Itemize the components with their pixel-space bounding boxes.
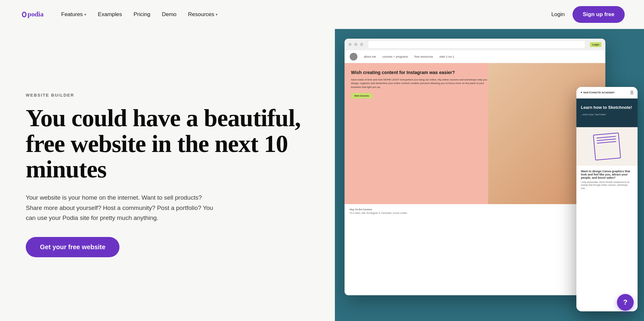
cta-button[interactable]: Get your free website: [26, 237, 119, 257]
nav-item-pricing[interactable]: Pricing: [129, 9, 155, 20]
device-lower-intro: Hey, I'm Em Connors I'm a Mom, wife, Enn…: [350, 208, 600, 215]
help-icon: ?: [623, 298, 627, 307]
features-chevron-icon: ▾: [84, 13, 86, 17]
dot-2: [354, 43, 357, 46]
resources-chevron-icon: ▾: [216, 13, 218, 17]
main-nav: podia Features ▾ Examples Pricing: [0, 0, 644, 29]
device-lower-text: I'm a Mom, wife, Enneagram 9. Generator,…: [350, 212, 407, 214]
resources-link[interactable]: Resources ▾: [184, 9, 222, 20]
nav-left: podia Features ▾ Examples Pricing: [19, 8, 222, 21]
sketch-illustration: [576, 127, 638, 166]
hero-eyebrow: WEBSITE BUILDER: [26, 93, 316, 98]
hero-title: You could have a beautiful, free website…: [26, 105, 316, 182]
device-phone-lower-title: Want to design Canva graphics that look …: [581, 170, 633, 179]
devices-container: Login about me courses + programs free r…: [335, 29, 644, 321]
examples-link[interactable]: Examples: [93, 9, 127, 20]
dot-3: [360, 43, 363, 46]
features-label: Features: [61, 11, 83, 18]
device-nav-signin: Login: [590, 42, 601, 47]
device-nav-link-4: start 1-on-1: [440, 55, 454, 58]
device-hero-subtitle: Save loads of time and look MORE LEGIT e…: [351, 78, 488, 89]
url-bar: [368, 41, 585, 48]
logo[interactable]: podia: [19, 8, 45, 21]
device-main-lower: Hey, I'm Em Connors I'm a Mom, wife, Enn…: [345, 204, 605, 219]
device-hero-title: Wish creating content for Instagram was …: [351, 70, 488, 75]
hero-content: WEBSITE BUILDER You could have a beautif…: [0, 29, 335, 321]
device-phone-lower-text: I help passionate, driven female solopre…: [581, 181, 633, 190]
device-phone-hero: Learn how to Sketchnote! ...even if you …: [576, 99, 638, 127]
pricing-label: Pricing: [134, 11, 150, 18]
demo-label: Demo: [162, 11, 176, 18]
help-button[interactable]: ?: [617, 294, 634, 311]
device-logo-icon: [350, 53, 357, 61]
device-phone-lower: Want to design Canva graphics that look …: [576, 166, 638, 194]
device-main-hero: Wish creating content for Instagram was …: [345, 63, 605, 204]
nav-menu: Features ▾ Examples Pricing Demo: [57, 9, 222, 20]
hamburger-icon: ☰: [630, 90, 634, 95]
demo-link[interactable]: Demo: [157, 9, 181, 20]
device-main: Login about me courses + programs free r…: [345, 39, 605, 295]
device-phone-image: [576, 127, 638, 166]
pricing-link[interactable]: Pricing: [129, 9, 155, 20]
nav-item-resources[interactable]: Resources ▾: [184, 9, 222, 20]
device-main-bar: Login: [345, 39, 605, 50]
device-hero-text: Wish creating content for Instagram was …: [351, 70, 488, 99]
device-phone: ✦ SKETCHNOTE ACADEMY ☰ Learn how to Sket…: [576, 87, 638, 311]
device-phone-subtitle: ...even if you "can't draw.": [581, 113, 633, 116]
hero-section: WEBSITE BUILDER You could have a beautif…: [0, 29, 644, 321]
device-nav-link-1: about me: [364, 55, 376, 58]
device-phone-logo: ✦ SKETCHNOTE ACADEMY: [580, 91, 615, 94]
sketch-shape: [593, 132, 621, 160]
features-link[interactable]: Features ▾: [57, 9, 91, 20]
hero-image-area: Login about me courses + programs free r…: [335, 29, 644, 321]
svg-point-1: [23, 13, 25, 16]
device-phone-nav: ✦ SKETCHNOTE ACADEMY ☰: [576, 87, 638, 99]
dot-1: [348, 43, 352, 46]
svg-text:podia: podia: [28, 10, 44, 18]
nav-item-demo[interactable]: Demo: [157, 9, 181, 20]
device-nav-link-3: free resources: [414, 55, 433, 58]
signup-button[interactable]: Sign up free: [573, 6, 625, 23]
nav-item-examples[interactable]: Examples: [93, 9, 127, 20]
login-link[interactable]: Login: [551, 11, 565, 18]
device-phone-title: Learn how to Sketchnote!: [581, 105, 633, 110]
device-nav-link-2: courses + programs: [383, 55, 408, 58]
device-main-nav: about me courses + programs free resourc…: [345, 50, 605, 63]
resources-label: Resources: [188, 11, 214, 18]
examples-label: Examples: [98, 11, 122, 18]
nav-right: Login Sign up free: [551, 6, 625, 23]
hero-description: Your website is your home on the interne…: [26, 193, 219, 223]
device-hero-btn: View Courses: [351, 93, 372, 99]
nav-item-features[interactable]: Features ▾: [57, 9, 91, 20]
